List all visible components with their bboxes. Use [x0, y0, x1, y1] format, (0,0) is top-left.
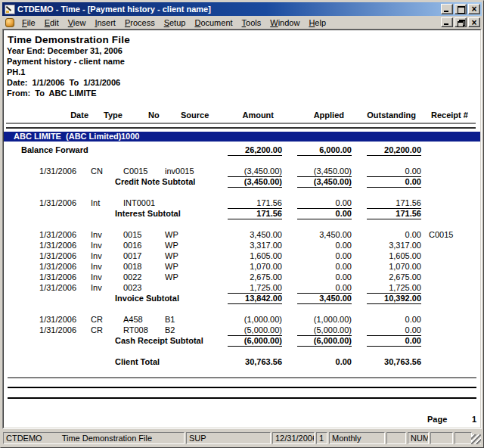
table-row-total: Client Total30,763.560.0030,763.56 — [4, 356, 480, 367]
amount-cell: 1,070.00 — [228, 261, 282, 272]
status-app-code: CTDEMO — [6, 434, 42, 443]
column-header-source: Source — [181, 110, 209, 120]
outstanding-cell: 0.00 — [367, 314, 421, 325]
table-row-detail: 1/31/2006CRA458B1(1,000.00)(1,000.00)0.0… — [4, 314, 480, 325]
menu-item-edit[interactable]: Edit — [40, 17, 64, 28]
title-bar[interactable]: CTDEMO - Time - [Payment history - clien… — [2, 2, 482, 16]
amount-cell: (5,000.00) — [228, 325, 282, 336]
no-cell: 0022 — [123, 272, 141, 282]
application-window: CTDEMO - Time - [Payment history - clien… — [0, 0, 484, 448]
amount-cell: 1,725.00 — [228, 282, 282, 294]
applied-cell: 0.00 — [297, 208, 352, 219]
outstanding-cell: 0.00 — [367, 325, 421, 336]
source-cell: B1 — [165, 314, 175, 325]
status-panel-empty-3 — [455, 432, 472, 444]
report-from-range: From: To ABC LIMITE — [7, 88, 480, 98]
table-row-detail: 1/31/2006Inv0022WP2,675.000.002,675.00 — [4, 272, 480, 282]
row-spacer — [4, 187, 480, 198]
type-cell: CR — [91, 325, 103, 335]
app-icon[interactable] — [5, 5, 15, 14]
maximize-button[interactable] — [455, 4, 467, 14]
amount-cell: (3,450.00) — [228, 166, 282, 177]
applied-cell: 3,450.00 — [297, 293, 352, 304]
client-header-bar: ABC LIMITE (ABC Limited) 1000 — [4, 132, 480, 142]
no-cell: RT008 — [123, 325, 148, 335]
date-cell: 1/31/2006 — [37, 250, 76, 261]
type-cell: Inv — [91, 240, 102, 250]
table-row-detail: 1/31/2006Inv0017WP1,605.000.001,605.00 — [4, 250, 480, 261]
date-cell: 1/31/2006 — [37, 166, 76, 176]
page-label: Page — [427, 415, 447, 424]
source-cell: WP — [165, 261, 178, 272]
amount-cell: (6,000.00) — [228, 335, 282, 347]
no-cell: INT0001 — [123, 198, 155, 208]
type-cell: CR — [91, 314, 103, 325]
report-page: Time Demonstration File Year End: Decemb… — [3, 30, 481, 428]
table-row-subtotal: Interest Subtotal171.560.00171.56 — [4, 208, 480, 219]
applied-cell: (3,450.00) — [297, 176, 352, 188]
amount-cell: 2,675.00 — [228, 272, 282, 282]
footer-rule-black-2 — [8, 397, 476, 399]
column-header-amount: Amount — [219, 110, 274, 120]
document-icon[interactable] — [5, 18, 14, 27]
window-controls — [441, 4, 480, 14]
table-row-subtotal: Credit Note Subtotal(3,450.00)(3,450.00)… — [4, 176, 480, 187]
menu-item-file[interactable]: File — [17, 17, 40, 28]
close-button[interactable] — [468, 4, 480, 14]
status-frequency: Monthly — [332, 434, 361, 443]
amount-cell: 13,842.00 — [228, 293, 282, 304]
type-cell: Inv — [91, 261, 102, 272]
outstanding-cell: 0.00 — [367, 229, 421, 240]
applied-cell: 0.00 — [297, 198, 352, 209]
document-close-button[interactable] — [468, 17, 480, 27]
no-cell: A458 — [123, 314, 143, 325]
row-label: Interest Subtotal — [115, 208, 181, 219]
column-header-no: No — [148, 110, 160, 120]
outstanding-cell: 20,200.00 — [367, 145, 421, 156]
resize-grip[interactable] — [471, 434, 481, 444]
source-cell: B2 — [165, 325, 175, 335]
outstanding-cell: 2,675.00 — [367, 272, 421, 282]
menu-item-process[interactable]: Process — [120, 17, 160, 28]
amount-cell: 3,317.00 — [228, 240, 282, 250]
status-panel-user: SUP — [186, 432, 271, 444]
status-period: 1 — [319, 434, 324, 443]
date-cell: 1/31/2006 — [37, 261, 76, 272]
column-header-applied: Applied — [290, 110, 344, 120]
header-rule-bottom — [6, 127, 476, 129]
column-header-receipt: Receipt # — [431, 110, 468, 120]
column-header-row: Date Type No Source Amount Applied Outst… — [4, 110, 480, 120]
applied-cell: 6,000.00 — [297, 145, 352, 156]
menu-item-tools[interactable]: Tools — [237, 17, 266, 28]
menu-item-insert[interactable]: Insert — [90, 17, 120, 28]
status-panel-period: 1 — [316, 432, 327, 444]
status-user: SUP — [189, 434, 206, 443]
document-restore-button[interactable] — [455, 17, 467, 27]
column-header-date: Date — [49, 110, 88, 120]
report-year-end: Year End: December 31, 2006 — [7, 45, 480, 56]
no-cell: C0015 — [123, 166, 147, 176]
menu-item-window[interactable]: Window — [265, 17, 304, 28]
applied-cell: (5,000.00) — [297, 325, 352, 336]
row-spacer — [4, 219, 480, 229]
status-panel-empty-2 — [430, 432, 453, 444]
menu-item-document[interactable]: Document — [190, 17, 237, 28]
date-cell: 1/31/2006 — [37, 314, 76, 325]
menu-item-view[interactable]: View — [64, 17, 91, 28]
outstanding-cell: 171.56 — [367, 208, 421, 219]
minimize-button[interactable] — [441, 4, 453, 14]
menu-items: FileEditViewInsertProcessSetupDocumentTo… — [17, 17, 441, 28]
report-name: Payment history - client name — [7, 56, 480, 67]
outstanding-cell: 1,605.00 — [367, 250, 421, 261]
row-label: Credit Note Subtotal — [115, 176, 195, 187]
document-minimize-button[interactable] — [441, 17, 453, 27]
status-bar: CTDEMOTime Demonstration File SUP 12/31/… — [2, 431, 482, 446]
menu-item-setup[interactable]: Setup — [160, 17, 191, 28]
source-cell: WP — [165, 272, 178, 282]
status-numlock: NUM — [411, 434, 429, 443]
menu-item-help[interactable]: Help — [304, 17, 330, 28]
status-panel-date: 12/31/2006 — [272, 432, 315, 444]
report-date-range: Date: 1/1/2006 To 1/31/2006 — [7, 77, 480, 88]
amount-cell: 1,605.00 — [228, 250, 282, 261]
status-file-name: Time Demonstration File — [62, 434, 152, 443]
